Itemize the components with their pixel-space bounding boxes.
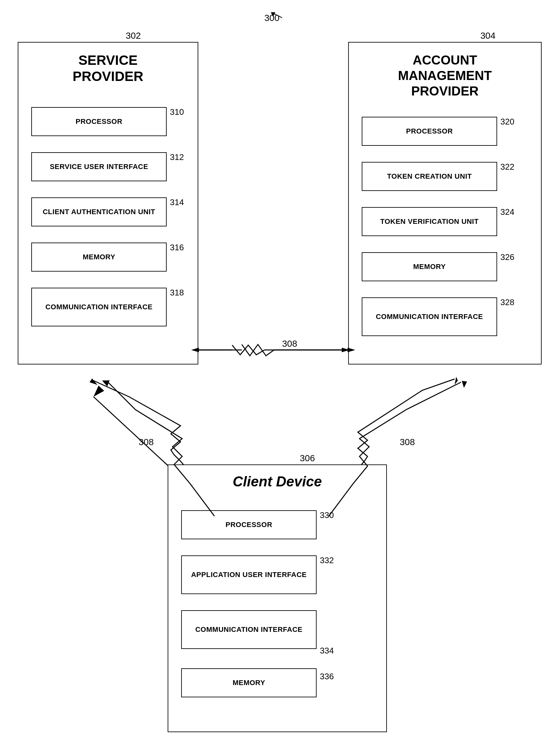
sp-cau-box: CLIENT AUTHENTICATION UNIT [31, 198, 167, 226]
sp-sui-box: SERVICE USER INTERFACE [31, 152, 167, 181]
sp-memory-box: MEMORY [31, 242, 167, 272]
svg-marker-20 [460, 379, 469, 388]
svg-text:308: 308 [282, 339, 297, 349]
ref-312: 312 [170, 152, 184, 162]
amp-tcu-label: TOKEN CREATION UNIT [387, 172, 472, 181]
svg-text:308: 308 [400, 437, 415, 447]
amp-tvu-box: TOKEN VERIFICATION UNIT [362, 207, 497, 236]
amp-memory-box: MEMORY [362, 252, 497, 281]
sp-sui-label: SERVICE USER INTERFACE [50, 162, 148, 172]
amp-ci-label: COMMUNICATION INTERFACE [376, 312, 483, 321]
ref-324: 324 [500, 207, 514, 217]
cd-ci-box: COMMUNICATION INTERFACE [181, 610, 317, 649]
sp-processor-box: PROCESSOR [31, 107, 167, 136]
svg-marker-8 [90, 379, 99, 387]
sp-memory-label: MEMORY [83, 253, 115, 262]
ref-316: 316 [170, 242, 184, 253]
client-device-title: Client Device [168, 465, 386, 493]
sp-processor-label: PROCESSOR [75, 117, 122, 126]
ref-332: 332 [320, 556, 334, 565]
ref-310: 310 [170, 107, 184, 117]
ref-314: 314 [170, 198, 184, 207]
ref-302: 302 [126, 31, 141, 41]
sp-ci-box: COMMUNICATION INTERFACE [31, 288, 167, 327]
cd-aui-box: APPLICATION USER INTERFACE [181, 556, 317, 594]
amp-processor-box: PROCESSOR [362, 117, 497, 146]
sp-ci-label: COMMUNICATION INTERFACE [46, 303, 153, 312]
sp-cau-label: CLIENT AUTHENTICATION UNIT [43, 207, 155, 217]
amp-tcu-box: TOKEN CREATION UNIT [362, 162, 497, 191]
svg-marker-18 [101, 377, 111, 386]
cd-processor-box: PROCESSOR [181, 510, 317, 539]
cd-processor-label: PROCESSOR [225, 520, 272, 530]
diagram: 300 SERVICEPROVIDER PROCESSOR 310 SERVIC… [0, 0, 560, 747]
ref-322: 322 [500, 162, 514, 172]
ref-300: 300 [264, 13, 279, 23]
amp-ci-box: COMMUNICATION INTERFACE [362, 298, 497, 336]
account-mgmt-box: ACCOUNTMANAGEMENTPROVIDER PROCESSOR 320 … [348, 42, 542, 364]
client-device-box: Client Device PROCESSOR 330 APPLICATION … [168, 464, 387, 732]
service-provider-box: SERVICEPROVIDER PROCESSOR 310 SERVICE US… [18, 42, 198, 364]
service-provider-title: SERVICEPROVIDER [18, 43, 197, 88]
ref-334: 334 [320, 646, 334, 656]
amp-memory-label: MEMORY [413, 262, 446, 272]
ref-318: 318 [170, 288, 184, 298]
svg-text:308: 308 [139, 437, 154, 447]
cd-ci-label: COMMUNICATION INTERFACE [195, 625, 303, 635]
ref-336: 336 [320, 672, 334, 681]
ref-306: 306 [300, 453, 315, 463]
cd-memory-label: MEMORY [233, 678, 265, 688]
ref-320: 320 [500, 117, 514, 127]
svg-marker-9 [455, 377, 458, 385]
cd-memory-box: MEMORY [181, 668, 317, 697]
account-mgmt-title: ACCOUNTMANAGEMENTPROVIDER [349, 43, 541, 102]
amp-tvu-label: TOKEN VERIFICATION UNIT [380, 217, 478, 226]
ref-326: 326 [500, 252, 514, 262]
amp-processor-label: PROCESSOR [406, 127, 453, 136]
ref-328: 328 [500, 298, 514, 307]
cd-aui-label: APPLICATION USER INTERFACE [191, 570, 307, 579]
ref-330: 330 [320, 510, 334, 520]
ref-304: 304 [480, 31, 496, 41]
